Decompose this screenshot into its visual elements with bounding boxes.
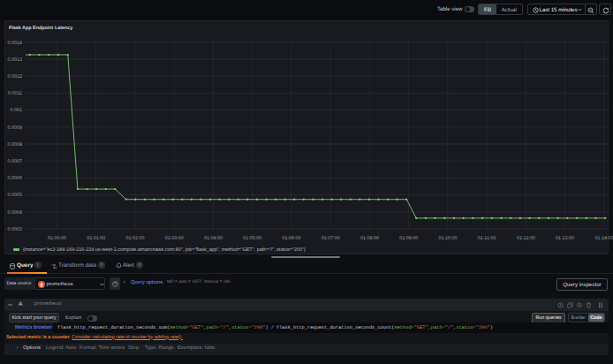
svg-text:01:02:00: 01:02:00: [126, 236, 145, 241]
svg-text:0.0003: 0.0003: [8, 227, 23, 232]
svg-text:01:01:00: 01:01:00: [87, 236, 105, 241]
svg-text:0.0013: 0.0013: [8, 57, 23, 63]
svg-text:0.001: 0.001: [11, 108, 23, 113]
svg-text:01:03:00: 01:03:00: [165, 236, 184, 241]
svg-text:0.0012: 0.0012: [8, 74, 23, 80]
svg-text:01:07:00: 01:07:00: [322, 236, 340, 241]
svg-text:01:00:00: 01:00:00: [48, 236, 66, 241]
svg-text:0.0006: 0.0006: [8, 176, 23, 181]
svg-text:01:05:00: 01:05:00: [243, 236, 261, 241]
svg-text:0.0005: 0.0005: [8, 193, 23, 198]
svg-text:01:11:00: 01:11:00: [478, 236, 496, 241]
svg-text:0.0011: 0.0011: [8, 91, 22, 96]
svg-text:01:09:00: 01:09:00: [399, 236, 418, 241]
svg-text:0.0008: 0.0008: [8, 142, 23, 148]
svg-text:01:12:00: 01:12:00: [517, 236, 535, 241]
svg-text:01:10:00: 01:10:00: [438, 236, 457, 241]
svg-text:01:04:00: 01:04:00: [204, 236, 223, 241]
svg-text:0.0014: 0.0014: [8, 41, 23, 46]
svg-text:0.0009: 0.0009: [8, 125, 23, 131]
svg-text:0.0007: 0.0007: [8, 159, 23, 164]
svg-text:01:14:00: 01:14:00: [594, 236, 613, 241]
svg-text:01:08:00: 01:08:00: [360, 236, 379, 241]
svg-text:01:06:00: 01:06:00: [282, 236, 300, 241]
svg-text:01:13:00: 01:13:00: [556, 236, 574, 241]
svg-text:0.0004: 0.0004: [8, 210, 23, 216]
